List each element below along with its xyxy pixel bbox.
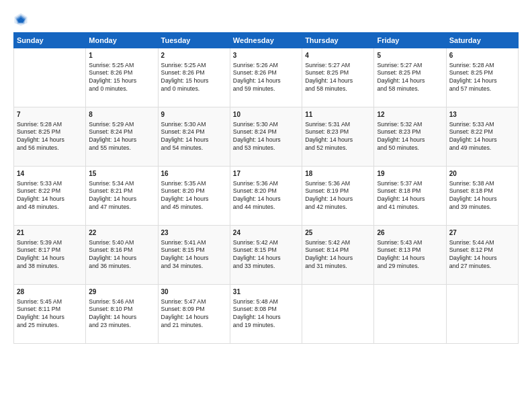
day-cell: 18Sunrise: 5:36 AMSunset: 8:19 PMDayligh… (302, 167, 374, 226)
day-info-line: Daylight: 14 hours (161, 255, 227, 263)
day-number: 5 (377, 51, 443, 60)
day-number: 1 (89, 51, 154, 60)
day-info-line: and 29 minutes. (377, 263, 443, 271)
day-info-line: Sunset: 8:17 PM (17, 246, 83, 255)
day-info-line: and 0 minutes. (161, 85, 227, 93)
calendar-table: SundayMondayTuesdayWednesdayThursdayFrid… (13, 32, 519, 344)
day-info-line: Sunrise: 5:41 AM (161, 239, 227, 247)
day-info-line: Sunrise: 5:36 AM (305, 180, 371, 188)
day-info-line: Sunrise: 5:35 AM (161, 180, 227, 188)
day-cell: 27Sunrise: 5:44 AMSunset: 8:12 PMDayligh… (446, 226, 518, 285)
day-info-line: Sunset: 8:19 PM (305, 187, 371, 195)
day-info-line: Daylight: 14 hours (377, 255, 443, 263)
day-cell: 31Sunrise: 5:48 AMSunset: 8:08 PMDayligh… (230, 285, 302, 344)
day-info-line: and 42 minutes. (305, 203, 371, 212)
day-info-line: and 47 minutes. (89, 203, 154, 212)
day-info-line: Sunset: 8:25 PM (449, 69, 515, 77)
day-info-line: Sunset: 8:13 PM (377, 246, 443, 255)
day-info-line: Daylight: 14 hours (233, 136, 299, 144)
day-number: 15 (89, 169, 154, 179)
day-info-line: Daylight: 15 hours (161, 77, 227, 85)
week-row-1: 1Sunrise: 5:25 AMSunset: 8:26 PMDaylight… (14, 48, 519, 107)
header-row: SundayMondayTuesdayWednesdayThursdayFrid… (14, 33, 519, 48)
week-row-5: 28Sunrise: 5:45 AMSunset: 8:11 PMDayligh… (14, 285, 519, 344)
col-header-monday: Monday (86, 33, 158, 48)
day-info-line: Sunset: 8:18 PM (449, 187, 515, 195)
day-info-line: Daylight: 14 hours (449, 195, 515, 203)
day-info-line: Sunrise: 5:30 AM (161, 121, 227, 129)
day-info-line: Sunset: 8:09 PM (161, 306, 227, 314)
day-number: 14 (17, 169, 83, 179)
day-number: 23 (161, 228, 227, 238)
day-info-line: Daylight: 14 hours (89, 195, 154, 203)
col-header-tuesday: Tuesday (158, 33, 230, 48)
day-info-line: Daylight: 14 hours (305, 77, 371, 85)
day-info-line: Daylight: 14 hours (233, 255, 299, 263)
day-cell: 15Sunrise: 5:34 AMSunset: 8:21 PMDayligh… (86, 167, 158, 226)
day-info-line: Sunset: 8:15 PM (233, 246, 299, 255)
day-info-line: and 21 minutes. (161, 322, 227, 330)
day-info-line: Sunset: 8:18 PM (377, 187, 443, 195)
day-info-line: Sunrise: 5:42 AM (233, 239, 299, 247)
day-number: 27 (449, 228, 515, 238)
day-info-line: and 58 minutes. (305, 85, 371, 93)
day-number: 30 (161, 287, 227, 297)
day-info-line: Sunrise: 5:25 AM (89, 62, 154, 70)
day-info-line: and 25 minutes. (17, 322, 83, 330)
day-info-line: and 53 minutes. (233, 144, 299, 152)
day-info-line: Daylight: 14 hours (161, 136, 227, 144)
day-number: 12 (377, 110, 443, 120)
day-info-line: and 45 minutes. (161, 203, 227, 212)
day-info-line: Sunrise: 5:34 AM (89, 180, 154, 188)
day-number: 19 (377, 169, 443, 179)
page: SundayMondayTuesdayWednesdayThursdayFrid… (0, 0, 532, 411)
day-info-line: Sunrise: 5:30 AM (233, 121, 299, 129)
day-cell: 28Sunrise: 5:45 AMSunset: 8:11 PMDayligh… (14, 285, 86, 344)
day-info-line: Sunset: 8:23 PM (305, 128, 371, 136)
day-info-line: Daylight: 14 hours (161, 314, 227, 322)
day-info-line: Daylight: 14 hours (305, 136, 371, 144)
day-number: 25 (305, 228, 371, 238)
day-info-line: Sunset: 8:22 PM (449, 128, 515, 136)
day-number: 4 (305, 51, 371, 60)
day-info-line: Sunset: 8:14 PM (305, 246, 371, 255)
day-info-line: Daylight: 14 hours (17, 195, 83, 203)
day-number: 10 (233, 110, 299, 120)
day-info-line: Sunset: 8:25 PM (377, 69, 443, 77)
day-info-line: and 19 minutes. (233, 322, 299, 330)
day-info-line: and 58 minutes. (377, 85, 443, 93)
day-cell: 14Sunrise: 5:33 AMSunset: 8:22 PMDayligh… (14, 167, 86, 226)
day-number: 20 (449, 169, 515, 179)
col-header-sunday: Sunday (14, 33, 86, 48)
day-info-line: and 52 minutes. (305, 144, 371, 152)
day-info-line: Sunset: 8:08 PM (233, 306, 299, 314)
day-cell: 13Sunrise: 5:33 AMSunset: 8:22 PMDayligh… (446, 107, 518, 167)
day-info-line: and 49 minutes. (449, 144, 515, 152)
day-info-line: Daylight: 14 hours (161, 195, 227, 203)
day-cell (446, 285, 518, 344)
day-info-line: Daylight: 14 hours (89, 136, 154, 144)
day-info-line: Sunset: 8:20 PM (233, 187, 299, 195)
day-info-line: Sunrise: 5:43 AM (377, 239, 443, 247)
day-info-line: Sunset: 8:26 PM (89, 69, 154, 77)
day-info-line: and 0 minutes. (89, 85, 154, 93)
day-cell: 9Sunrise: 5:30 AMSunset: 8:24 PMDaylight… (158, 107, 230, 167)
col-header-friday: Friday (374, 33, 446, 48)
day-info-line: Daylight: 14 hours (377, 195, 443, 203)
day-info-line: and 56 minutes. (17, 144, 83, 152)
day-info-line: Sunrise: 5:29 AM (89, 121, 154, 129)
day-info-line: Sunset: 8:22 PM (17, 187, 83, 195)
day-cell: 12Sunrise: 5:32 AMSunset: 8:23 PMDayligh… (374, 107, 446, 167)
day-info-line: Daylight: 14 hours (233, 195, 299, 203)
day-cell: 25Sunrise: 5:42 AMSunset: 8:14 PMDayligh… (302, 226, 374, 285)
day-cell: 16Sunrise: 5:35 AMSunset: 8:20 PMDayligh… (158, 167, 230, 226)
day-info-line: Daylight: 14 hours (305, 195, 371, 203)
day-number: 13 (449, 110, 515, 120)
day-info-line: Daylight: 14 hours (17, 136, 83, 144)
day-info-line: Sunrise: 5:38 AM (449, 180, 515, 188)
col-header-wednesday: Wednesday (230, 33, 302, 48)
day-info-line: Daylight: 14 hours (233, 77, 299, 85)
day-info-line: and 54 minutes. (161, 144, 227, 152)
day-info-line: Sunrise: 5:28 AM (449, 62, 515, 70)
day-cell: 7Sunrise: 5:28 AMSunset: 8:25 PMDaylight… (14, 107, 86, 167)
